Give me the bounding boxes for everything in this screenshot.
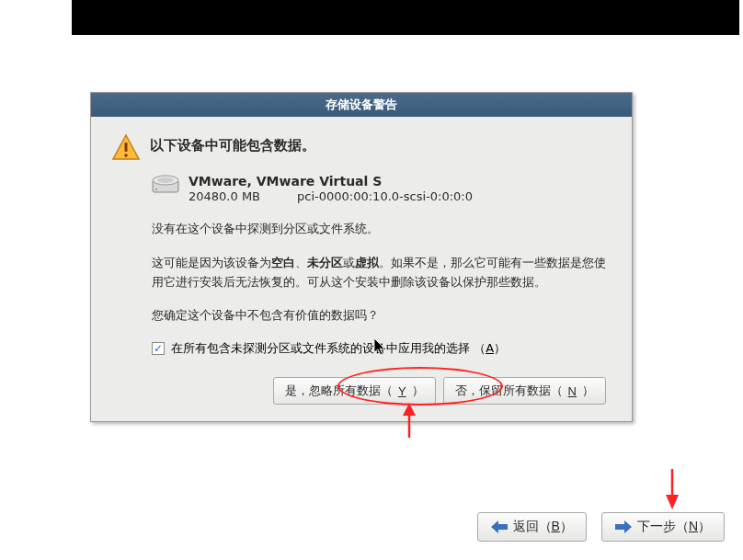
top-banner [72, 0, 739, 35]
warning-icon [111, 133, 141, 163]
dialog-body: 以下设备中可能包含数据。 VMware, VMware Virtual S 20… [91, 117, 632, 421]
arrow-right-icon [615, 520, 632, 533]
back-button[interactable]: 返回（B） [477, 512, 587, 542]
svg-rect-1 [125, 143, 128, 152]
confirm-question: 您确定这个设备中不包含有价值的数据吗？ [152, 306, 612, 326]
svg-point-2 [124, 154, 128, 157]
no-keep-button[interactable]: 否，保留所有数据（N） [443, 377, 606, 405]
device-size: 20480.0 MB [189, 189, 260, 203]
warning-line-1: 没有在这个设备中探测到分区或文件系统。 [152, 220, 612, 239]
apply-all-checkbox[interactable]: ✓ [152, 342, 165, 355]
hdd-icon [152, 174, 179, 194]
warning-paragraph-2: 这可能是因为该设备为空白、未分区或虚拟。如果不是，那么它可能有一些数据是您使用它… [152, 254, 612, 292]
svg-marker-12 [491, 520, 508, 533]
svg-marker-10 [666, 495, 679, 509]
svg-marker-13 [615, 520, 632, 533]
device-path: pci-0000:00:10.0-scsi-0:0:0:0 [297, 189, 473, 203]
device-name: VMware, VMware Virtual S [189, 174, 473, 189]
storage-warning-dialog: 存储设备警告 以下设备中可能包含数据。 [90, 92, 633, 422]
dialog-title: 存储设备警告 [91, 93, 632, 117]
yes-discard-button[interactable]: 是，忽略所有数据（Y） [273, 377, 436, 405]
svg-point-6 [155, 189, 157, 190]
arrow-left-icon [491, 520, 508, 533]
svg-point-5 [157, 177, 174, 183]
apply-all-label: 在所有包含未探测分区或文件系统的设备中应用我的选择 （A） [171, 340, 506, 357]
device-meta: 20480.0 MBpci-0000:00:10.0-scsi-0:0:0:0 [189, 189, 473, 203]
annotation-arrow-2 [660, 467, 684, 509]
dialog-heading: 以下设备中可能包含数据。 [150, 133, 315, 154]
next-button[interactable]: 下一步（N） [601, 512, 725, 542]
